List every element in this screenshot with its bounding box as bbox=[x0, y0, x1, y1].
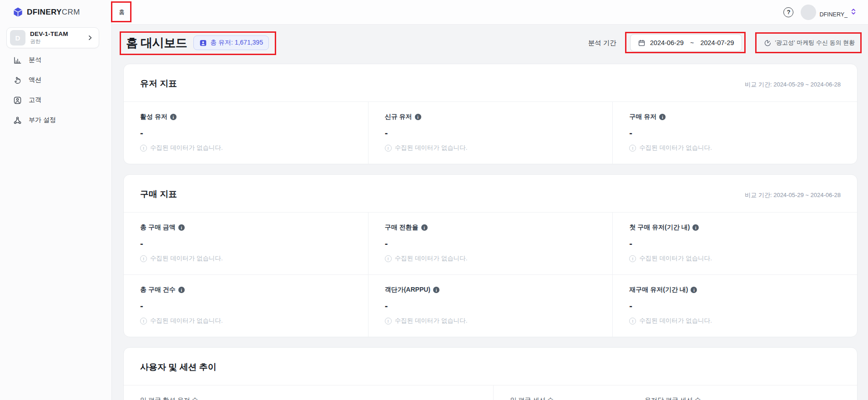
metric-card-total-purchase-amount: 총 구매 금액i - !수집된 데이터가 없습니다. bbox=[124, 213, 368, 274]
calendar-icon bbox=[638, 39, 646, 47]
section-title: 사용자 및 세션 추이 bbox=[140, 361, 217, 373]
metric-value: - bbox=[140, 301, 352, 311]
marketing-consent-label: '광고성' 마케팅 수신 동의 현황 bbox=[775, 39, 855, 47]
alert-circle-icon: ! bbox=[140, 145, 147, 152]
metric-value: - bbox=[385, 238, 596, 249]
sidebar-nav: 분석 액션 고객 bbox=[0, 50, 111, 130]
avatar bbox=[801, 5, 816, 20]
sidebar-item-analytics[interactable]: 분석 bbox=[0, 50, 111, 70]
page-title: 홈 대시보드 bbox=[126, 35, 187, 51]
metric-value: - bbox=[629, 301, 841, 311]
metric-value: - bbox=[140, 238, 352, 249]
account-menu[interactable]: DFINERY_ bbox=[801, 5, 856, 20]
nodes-icon bbox=[13, 116, 22, 125]
analysis-period-label: 분석 기간 bbox=[588, 39, 616, 47]
metric-card-arppu: 객단가(ARPPU)i - !수집된 데이터가 없습니다. bbox=[368, 275, 613, 337]
alert-circle-icon: ! bbox=[385, 255, 392, 262]
metric-value: - bbox=[385, 301, 596, 311]
team-role: 권한 bbox=[30, 38, 68, 45]
metric-card-active-users: 활성 유저i - !수집된 데이터가 없습니다. bbox=[124, 102, 368, 164]
section-purchase-metrics: 구매 지표 비교 기간: 2024-05-29 ~ 2024-06-28 총 구… bbox=[123, 174, 858, 337]
page-header: 홈 대시보드 총 유저: 1,671,395 분석 기간 bbox=[123, 32, 858, 54]
sidebar-item-action[interactable]: 액션 bbox=[0, 70, 111, 90]
no-data-message: !수집된 데이터가 없습니다. bbox=[385, 317, 596, 325]
metric-card-repurchase-users: 재구매 유저(기간 내)i - !수집된 데이터가 없습니다. bbox=[612, 275, 857, 337]
chevron-updown-icon bbox=[851, 8, 856, 15]
info-icon[interactable]: i bbox=[178, 287, 185, 293]
date-separator: ~ bbox=[690, 39, 694, 46]
alert-circle-icon: ! bbox=[629, 145, 636, 152]
team-name: DEV-1-TEAM bbox=[30, 30, 68, 37]
topbar: 홈 ? DFINERY_ bbox=[112, 0, 868, 25]
section-user-metrics: 유저 지표 비교 기간: 2024-05-29 ~ 2024-06-28 활성 … bbox=[123, 64, 858, 164]
no-data-message: !수집된 데이터가 없습니다. bbox=[140, 144, 352, 152]
brand-suffix: CRM bbox=[62, 8, 80, 16]
metric-card-daily-avg-sessions: 일 평균 세션 수 - bbox=[493, 385, 628, 400]
sidebar-item-extra-settings[interactable]: 부가 설정 bbox=[0, 110, 111, 130]
pie-chart-icon bbox=[764, 39, 772, 47]
metric-value: - bbox=[385, 128, 596, 138]
brand-cube-icon bbox=[13, 7, 23, 17]
bar-chart-icon bbox=[13, 56, 22, 65]
metric-card-purchasing-users: 구매 유저i - !수집된 데이터가 없습니다. bbox=[612, 102, 857, 164]
customer-card-icon bbox=[13, 96, 22, 105]
no-data-message: !수집된 데이터가 없습니다. bbox=[629, 144, 841, 152]
sidebar-item-label: 부가 설정 bbox=[29, 116, 56, 124]
metric-value: - bbox=[140, 128, 352, 138]
team-selector[interactable]: D DEV-1-TEAM 권한 bbox=[6, 27, 99, 48]
metric-card-first-purchase-users: 첫 구매 유저(기간 내)i - !수집된 데이터가 없습니다. bbox=[612, 213, 857, 274]
topnav-home[interactable]: 홈 bbox=[118, 7, 126, 17]
content: 홈 대시보드 총 유저: 1,671,395 분석 기간 bbox=[112, 32, 868, 400]
sidebar: DFINERYCRM D DEV-1-TEAM 권한 분석 bbox=[0, 0, 112, 400]
alert-circle-icon: ! bbox=[140, 255, 147, 262]
metric-value: - bbox=[629, 128, 841, 138]
no-data-message: !수집된 데이터가 없습니다. bbox=[140, 254, 352, 263]
sidebar-item-customers[interactable]: 고객 bbox=[0, 90, 111, 110]
metric-card-purchase-conversion: 구매 전환율i - !수집된 데이터가 없습니다. bbox=[368, 213, 613, 274]
date-range-picker[interactable]: 2024-06-29 ~ 2024-07-29 bbox=[630, 34, 742, 51]
section-title: 유저 지표 bbox=[140, 78, 177, 90]
metric-card-total-purchase-count: 총 구매 건수i - !수집된 데이터가 없습니다. bbox=[124, 275, 368, 337]
alert-circle-icon: ! bbox=[385, 318, 392, 324]
date-end: 2024-07-29 bbox=[700, 39, 734, 46]
total-users-badge: 총 유저: 1,671,395 bbox=[193, 35, 269, 50]
info-icon[interactable]: i bbox=[691, 287, 697, 293]
brand-logo: DFINERYCRM bbox=[0, 0, 111, 17]
help-icon[interactable]: ? bbox=[783, 7, 793, 17]
info-icon[interactable]: i bbox=[170, 114, 177, 120]
alert-circle-icon: ! bbox=[629, 255, 636, 262]
metric-card-new-users: 신규 유저i - !수집된 데이터가 없습니다. bbox=[368, 102, 613, 164]
info-icon[interactable]: i bbox=[178, 224, 185, 231]
info-icon[interactable]: i bbox=[659, 114, 666, 120]
no-data-message: !수집된 데이터가 없습니다. bbox=[385, 254, 596, 263]
section-title: 구매 지표 bbox=[140, 188, 177, 200]
info-icon[interactable]: i bbox=[433, 287, 439, 293]
sidebar-item-label: 분석 bbox=[29, 56, 41, 64]
chevron-right-icon bbox=[87, 35, 93, 41]
no-data-message: !수집된 데이터가 없습니다. bbox=[629, 317, 841, 325]
date-start: 2024-06-29 bbox=[650, 39, 684, 46]
comparison-period: 비교 기간: 2024-05-29 ~ 2024-06-28 bbox=[745, 81, 841, 89]
no-data-message: !수집된 데이터가 없습니다. bbox=[140, 317, 352, 325]
alert-circle-icon: ! bbox=[385, 145, 392, 152]
hand-pointer-icon bbox=[13, 76, 22, 85]
total-users-label: 총 유저: 1,671,395 bbox=[210, 39, 263, 47]
alert-circle-icon: ! bbox=[629, 318, 636, 324]
user-badge-icon bbox=[199, 39, 207, 47]
metric-card-avg-sessions-per-user: 유저당 평균 세션 수 - bbox=[628, 385, 857, 400]
no-data-message: !수집된 데이터가 없습니다. bbox=[629, 254, 841, 263]
marketing-consent-button[interactable]: '광고성' 마케팅 수신 동의 현황 bbox=[761, 34, 858, 51]
info-icon[interactable]: i bbox=[415, 114, 421, 120]
brand-name: DFINERY bbox=[27, 8, 62, 16]
comparison-period: 비교 기간: 2024-05-29 ~ 2024-06-28 bbox=[745, 191, 841, 199]
info-icon[interactable]: i bbox=[421, 224, 428, 231]
main-area: 홈 ? DFINERY_ 홈 대시보드 bbox=[112, 0, 868, 400]
account-name: DFINERY_ bbox=[819, 11, 848, 18]
sidebar-item-label: 고객 bbox=[29, 96, 41, 104]
metric-card-daily-avg-active-users: 일 평균 활성 유저 수 - bbox=[124, 385, 493, 400]
no-data-message: !수집된 데이터가 없습니다. bbox=[385, 144, 596, 152]
alert-circle-icon: ! bbox=[140, 318, 147, 324]
section-session-trend: 사용자 및 세션 추이 일 평균 활성 유저 수 - 일 평균 세션 수 - 유… bbox=[123, 347, 858, 400]
info-icon[interactable]: i bbox=[692, 224, 699, 231]
sidebar-item-label: 액션 bbox=[29, 76, 41, 84]
